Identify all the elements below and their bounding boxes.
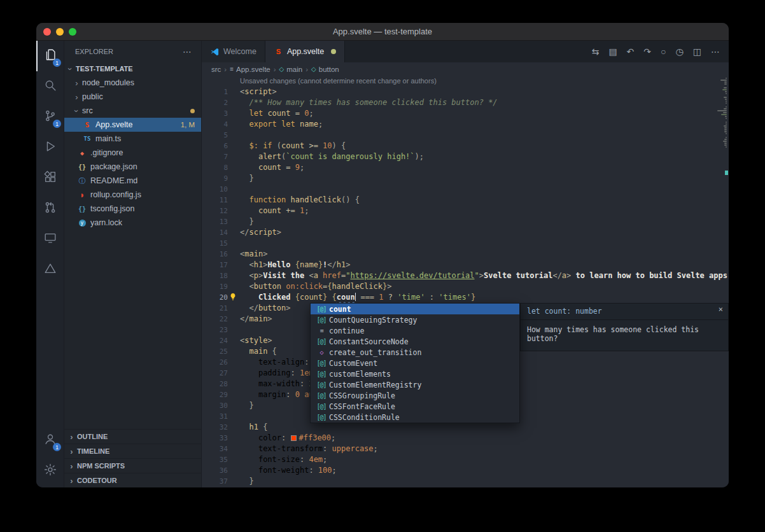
code-line[interactable]: 15 xyxy=(202,238,729,249)
suggest-item-cssfontfacerule[interactable]: [@]CSSFontFaceRule xyxy=(311,401,519,412)
sidebar-section-timeline[interactable]: ›TIMELINE xyxy=(64,444,201,458)
close-window-button[interactable] xyxy=(43,28,51,36)
sidebar-section-npm-scripts[interactable]: ›NPM SCRIPTS xyxy=(64,458,201,473)
activity-item-accounts[interactable]: 1 xyxy=(36,425,64,456)
sidebar-section-codetour[interactable]: ›CODETOUR xyxy=(64,473,201,487)
minimize-window-button[interactable] xyxy=(56,28,64,36)
suggest-item-create_out_transition[interactable]: ◇create_out_transition xyxy=(311,347,519,358)
vscode-window: App.svelte — test-template 11 1 EXPLORER… xyxy=(36,23,729,487)
sidebar-section-outline[interactable]: ›OUTLINE xyxy=(64,429,201,444)
suggest-item-constantsourcenode[interactable]: [@]ConstantSourceNode xyxy=(311,336,519,347)
suggest-item-countqueuingstrategy[interactable]: [@]CountQueuingStrategy xyxy=(311,314,519,325)
code-line[interactable]: 17 <h1>Hello {name}!</h1> xyxy=(202,260,729,270)
code-line[interactable]: 7 alert(`count is dangerously high!`); xyxy=(202,151,729,162)
activity-item-codetour[interactable] xyxy=(36,255,64,285)
token xyxy=(291,109,295,118)
tree-item-rollup-config-js[interactable]: ◗rollup.config.js xyxy=(64,188,201,202)
code-line[interactable]: 14</script> xyxy=(202,227,729,238)
suggest-item-customelements[interactable]: [@]customElements xyxy=(311,368,519,379)
code-line[interactable]: 37 } xyxy=(202,476,729,487)
next-change-icon[interactable]: ↷ xyxy=(643,47,651,56)
code-line[interactable]: 36 font-weight: 100; xyxy=(202,465,729,476)
tree-item-public[interactable]: ›public xyxy=(64,90,201,104)
open-on-remote-icon[interactable]: ○ xyxy=(661,47,666,56)
token: font-weight xyxy=(258,466,309,475)
tree-item-readme-md[interactable]: ⓘREADME.md xyxy=(64,174,201,188)
code-line[interactable]: 11 function handleClick() { xyxy=(202,195,729,206)
zoom-window-button[interactable] xyxy=(69,28,76,36)
code-line[interactable]: 35 font-size: 4em; xyxy=(202,454,729,465)
sidebar-header: EXPLORER ⋯ xyxy=(64,41,201,62)
more-actions-icon[interactable]: ⋯ xyxy=(711,47,720,56)
code-line[interactable]: 13 } xyxy=(202,216,729,227)
tree-item--gitignore[interactable]: ◆.gitignore xyxy=(64,146,201,160)
minimap[interactable] xyxy=(717,77,727,487)
suggest-item-continue[interactable]: ≡continue xyxy=(311,325,519,336)
token: > xyxy=(387,282,391,291)
activity-item-search[interactable] xyxy=(36,71,64,102)
tree-item-main-ts[interactable]: TSmain.ts xyxy=(64,132,201,146)
breadcrumb-item-button[interactable]: ◇button xyxy=(311,66,339,73)
explorer-more-actions-icon[interactable]: ⋯ xyxy=(183,46,192,57)
code-line[interactable]: 32 h1 { xyxy=(202,422,729,433)
tree-item-label: README.md xyxy=(90,176,137,185)
code-line[interactable]: 2 /** How many times has someone clicked… xyxy=(202,97,729,108)
code-line[interactable]: 8 count = 9; xyxy=(202,162,729,173)
breadcrumb-item-src[interactable]: src xyxy=(211,66,221,73)
breadcrumb-item-main[interactable]: ◇main xyxy=(279,66,303,73)
tree-item-app-svelte[interactable]: SApp.svelte1, M xyxy=(64,118,201,132)
code-line[interactable]: 3 let count = 0; xyxy=(202,108,729,119)
breadcrumb-item-app-svelte[interactable]: ≡App.svelte xyxy=(230,66,270,73)
tree-item-src[interactable]: ›src xyxy=(64,104,201,118)
code-line[interactable]: 4 export let name; xyxy=(202,119,729,130)
close-icon[interactable]: × xyxy=(719,305,723,313)
lightbulb-icon[interactable] xyxy=(228,292,237,301)
code-line[interactable]: 19 <button on:click={handleClick}> xyxy=(202,281,729,292)
tree-root[interactable]: ›TEST-TEMPLATE xyxy=(64,62,201,76)
suggest-item-label: CustomEvent xyxy=(329,359,377,368)
line-number: 36 xyxy=(202,465,228,476)
code-line[interactable]: 18 <p>Visit the <a href="https://svelte.… xyxy=(202,270,729,281)
token xyxy=(267,347,272,356)
code-line[interactable]: 9 } xyxy=(202,173,729,184)
open-changes-icon[interactable]: ▤ xyxy=(608,47,617,56)
titlebar[interactable]: App.svelte — test-template xyxy=(36,23,729,41)
activity-item-source-control[interactable]: 1 xyxy=(36,102,64,132)
section-label: NPM SCRIPTS xyxy=(77,462,125,470)
code-line[interactable]: 1<script> xyxy=(202,87,729,97)
activity-item-extensions[interactable] xyxy=(36,163,64,193)
activity-item-remote-explorer[interactable] xyxy=(36,224,64,255)
code-line[interactable]: 10 xyxy=(202,184,729,195)
activity-item-explorer[interactable]: 1 xyxy=(36,41,64,71)
activity-item-settings[interactable] xyxy=(36,456,64,486)
suggest-item-customelementregistry[interactable]: [@]CustomElementRegistry xyxy=(311,379,519,390)
tab-welcome[interactable]: Welcome xyxy=(202,41,265,62)
code-line[interactable]: 33 color: #ff3e00; xyxy=(202,433,729,444)
tree-item-node-modules[interactable]: ›node_modules xyxy=(64,76,201,90)
previous-change-icon[interactable]: ↶ xyxy=(627,47,635,56)
activity-item-pull-requests[interactable] xyxy=(36,193,64,224)
tree-item-package-json[interactable]: {}package.json xyxy=(64,160,201,174)
suggest-item-cssgroupingrule[interactable]: [@]CSSGroupingRule xyxy=(311,390,519,401)
code-line[interactable]: 12 count += 1; xyxy=(202,206,729,216)
code-line[interactable]: 20 Clicked {count} {coun === 1 ? 'time' … xyxy=(202,292,729,303)
code-line[interactable]: 6 $: if (count >= 10) { xyxy=(202,141,729,151)
activity-item-run-debug[interactable] xyxy=(36,132,64,163)
code-area[interactable]: Unsaved changes (cannot determine recent… xyxy=(202,76,729,487)
suggest-item-customevent[interactable]: [@]CustomEvent xyxy=(311,358,519,368)
code-line[interactable]: 34 text-transform: uppercase; xyxy=(202,444,729,454)
token: : xyxy=(290,368,295,377)
code-line[interactable]: 16<main> xyxy=(202,249,729,260)
token: 0 xyxy=(295,390,300,399)
editor-actions: ⇆▤↶↷○◷◫⋯ xyxy=(592,41,729,62)
source-control-graph-icon[interactable]: ⇆ xyxy=(592,47,600,56)
code-line[interactable]: 5 xyxy=(202,130,729,141)
suggest-item-count[interactable]: [@]count xyxy=(311,304,519,314)
tab-app-svelte[interactable]: SApp.svelte xyxy=(265,41,345,62)
file-history-icon[interactable]: ◷ xyxy=(676,47,684,56)
tree-item-tsconfig-json[interactable]: {}tsconfig.json xyxy=(64,202,201,216)
split-editor-icon[interactable]: ◫ xyxy=(693,47,701,56)
line-number: 23 xyxy=(202,325,228,335)
tree-item-yarn-lock[interactable]: yyarn.lock xyxy=(64,216,201,230)
suggest-item-cssconditionrule[interactable]: [@]CSSConditionRule xyxy=(311,412,519,423)
